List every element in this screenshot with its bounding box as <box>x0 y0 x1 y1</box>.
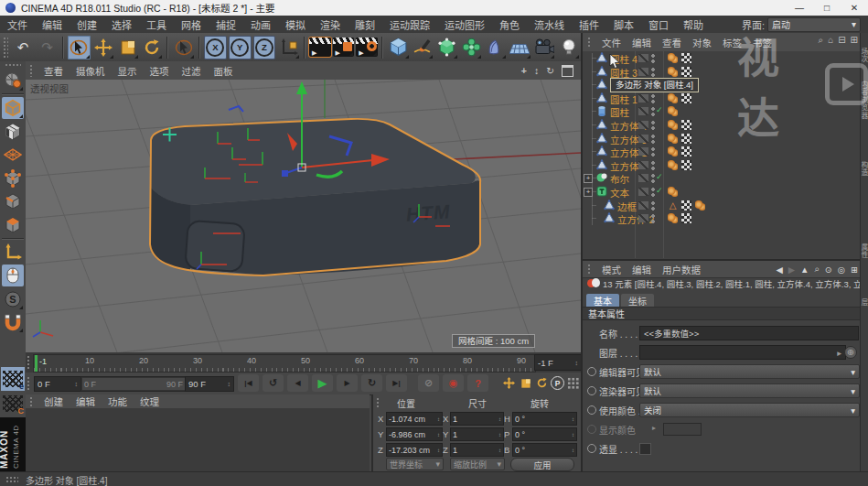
toolbar-grip[interactable] <box>3 37 8 59</box>
uvw-tag-icon[interactable] <box>681 200 691 211</box>
next-frame-button[interactable]: ▶ <box>337 374 358 392</box>
expand-icon[interactable]: + <box>584 188 593 197</box>
visibility-dots[interactable] <box>651 134 655 144</box>
am-userdata-menu[interactable]: 用户数据 <box>657 263 706 276</box>
apply-button[interactable]: 应用 <box>510 458 574 471</box>
menu-snap[interactable]: 捕捉 <box>209 17 243 32</box>
viewport-canvas[interactable]: HTM <box>26 80 581 352</box>
undo-button[interactable]: ↶ <box>12 36 35 59</box>
om-objects-menu[interactable]: 对象 <box>687 36 717 49</box>
coord-system-dropdown[interactable]: 世界坐标▾ <box>386 458 444 470</box>
current-frame-field[interactable]: -1 F ↕ <box>534 354 582 371</box>
timeline-track[interactable]: -1 10 20 30 40 50 60 70 80 90 <box>33 354 536 373</box>
timeline-grip[interactable] <box>27 355 31 370</box>
object-row-cylinder1[interactable]: 圆柱 1 <box>583 92 862 105</box>
object-row-cube3[interactable]: 立方体 3 <box>583 132 862 146</box>
play-button[interactable]: ▶ <box>312 374 333 392</box>
visibility-dots[interactable] <box>651 213 655 223</box>
tab-coordinates[interactable]: 坐标 <box>621 294 654 307</box>
object-row-cube1[interactable]: 立方体 1 <box>583 145 862 158</box>
history-forward-icon[interactable]: ▶ <box>788 265 795 275</box>
menu-tools[interactable]: 工具 <box>139 17 174 32</box>
menu-animate[interactable]: 动画 <box>243 17 278 32</box>
material-texture-menu[interactable]: 纹理 <box>134 394 166 408</box>
dock-tab-structure[interactable]: 构造 <box>861 161 868 177</box>
uvw-tag-icon[interactable] <box>681 160 691 170</box>
new-panel-icon[interactable]: ⊞ <box>851 265 858 275</box>
spinner-icon[interactable]: ↕ <box>437 416 440 422</box>
phong-tag-icon[interactable] <box>668 120 678 130</box>
material-list-area[interactable] <box>26 408 370 471</box>
rotate-view-icon[interactable]: ↻ <box>542 65 558 76</box>
make-editable-button[interactable] <box>2 70 24 92</box>
spinner-icon[interactable]: ↕ <box>575 360 579 366</box>
last-tool-button[interactable] <box>172 36 195 59</box>
coordinate-system-button[interactable] <box>277 36 300 59</box>
visibility-dots[interactable] <box>651 106 655 116</box>
phong-tag-icon[interactable] <box>668 213 678 223</box>
visibility-dots[interactable] <box>651 67 655 77</box>
spinner-icon[interactable]: ↕ <box>75 381 79 387</box>
add-mograph-button[interactable] <box>460 36 483 59</box>
frame-range-slider[interactable]: 0 F 90 F <box>80 376 187 392</box>
om-bookmarks-menu[interactable]: 书签 <box>747 36 777 49</box>
goto-end-button[interactable]: ▶| <box>386 374 407 392</box>
model-mode-button[interactable] <box>2 97 24 119</box>
key-parameter-button[interactable]: P <box>551 376 564 390</box>
lock-icon[interactable]: ⊙ <box>825 265 832 275</box>
menu-help[interactable]: 帮助 <box>676 17 711 32</box>
phong-tag-icon[interactable] <box>668 160 678 170</box>
view-menu[interactable]: 查看 <box>38 64 70 78</box>
workplane-mode-button[interactable] <box>2 144 24 166</box>
pos-z-field[interactable]: -17.203 cm↕ <box>386 443 443 457</box>
add-primitive-button[interactable] <box>387 36 410 59</box>
menu-file[interactable]: 文件 <box>0 17 35 32</box>
render-to-picture-viewer-button[interactable]: ▶ <box>333 38 355 57</box>
spinner-icon[interactable]: ↕ <box>572 448 574 453</box>
visibility-dots[interactable] <box>651 160 655 170</box>
xray-checkbox[interactable] <box>639 443 651 455</box>
spinner-icon[interactable]: ↕ <box>572 432 574 437</box>
menu-render[interactable]: 渲染 <box>313 17 348 32</box>
visibility-dots[interactable] <box>651 53 655 63</box>
phong-break-tag-icon[interactable]: △ <box>668 200 678 211</box>
toggle-panel-icon[interactable] <box>562 65 573 77</box>
object-row-cylinder[interactable]: 圆柱 ✓ <box>583 104 862 118</box>
use-color-dropdown[interactable]: 关闭▾ <box>639 403 860 417</box>
end-frame-field[interactable]: 90 F ↕ <box>185 376 234 392</box>
add-camera-button[interactable] <box>533 36 556 59</box>
magnet-button[interactable] <box>2 311 24 333</box>
autokey-help-button[interactable]: ? <box>467 374 488 392</box>
record-circle-icon[interactable] <box>587 444 596 453</box>
move-button[interactable] <box>92 36 115 59</box>
menu-mesh[interactable]: 网格 <box>174 17 209 32</box>
key-pla-button[interactable] <box>565 375 581 391</box>
layer-box[interactable] <box>638 188 648 196</box>
view-label[interactable]: 透视视图 <box>30 81 69 95</box>
size-x-field[interactable]: 1↕ <box>450 412 504 426</box>
menu-script[interactable]: 脚本 <box>606 17 641 32</box>
material-create-menu[interactable]: 创建 <box>38 394 70 408</box>
pos-y-field[interactable]: -6.986 cm↕ <box>386 427 443 441</box>
polygons-mode-button[interactable] <box>2 214 24 236</box>
axis-mode-button[interactable] <box>2 242 24 264</box>
layer-box[interactable] <box>638 201 648 210</box>
om-tags-menu[interactable]: 标签 <box>717 36 747 49</box>
rot-b-field[interactable]: 0 °↕ <box>512 443 577 457</box>
search-icon[interactable]: ⌕ <box>814 264 819 275</box>
am-edit-menu[interactable]: 编辑 <box>627 263 657 276</box>
track-mode-icon[interactable]: ◎ <box>838 265 845 275</box>
size-y-field[interactable]: 1↕ <box>450 427 504 441</box>
render-visibility-dropdown[interactable]: 默认▾ <box>639 383 860 398</box>
spinner-icon[interactable]: ↕ <box>498 416 501 422</box>
history-back-icon[interactable]: ◀ <box>776 265 782 275</box>
redo-button[interactable]: ↷ <box>36 36 59 59</box>
timeline-ruler[interactable]: -1 10 20 30 40 50 60 70 80 90 -1 F ↕ <box>26 352 581 373</box>
cycle-button[interactable]: ↻ <box>361 374 382 392</box>
parent-object-icon[interactable]: ▲ <box>800 265 809 275</box>
object-row-border[interactable]: 边框 △ <box>583 199 862 212</box>
dock-tab-layers[interactable]: 层 <box>861 298 868 307</box>
render-settings-button[interactable]: ▶ <box>356 38 378 57</box>
uvw-tag-icon[interactable] <box>681 213 691 223</box>
layer-box[interactable] <box>638 161 648 169</box>
